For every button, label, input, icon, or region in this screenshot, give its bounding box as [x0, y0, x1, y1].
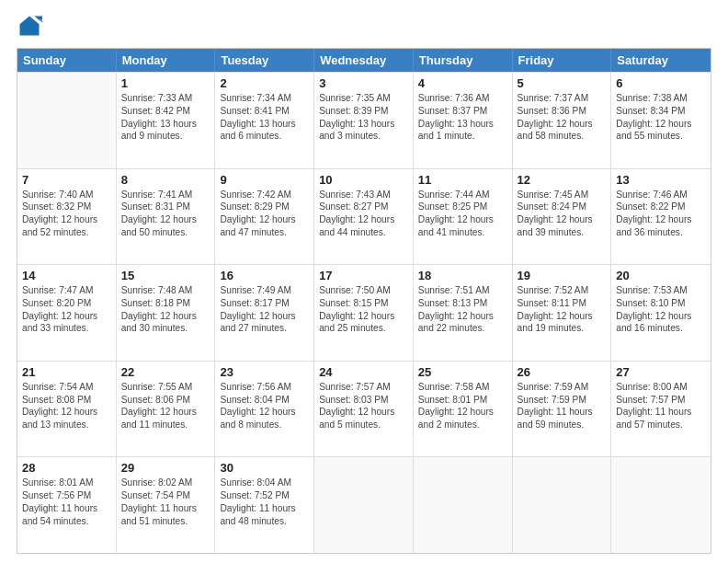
cell-info-line: Daylight: 12 hours: [418, 406, 507, 419]
cell-info-line: Sunrise: 7:46 AM: [616, 189, 706, 201]
cell-info-line: Sunset: 8:42 PM: [121, 105, 210, 118]
weekday-header: Monday: [117, 49, 216, 72]
header: [17, 15, 711, 39]
cell-info-line: Sunrise: 7:47 AM: [22, 284, 111, 297]
cell-info-line: Sunrise: 8:00 AM: [616, 381, 706, 394]
cell-info-line: and 59 minutes.: [518, 419, 607, 431]
cell-info-line: and 48 minutes.: [220, 515, 309, 528]
cell-info-line: Sunset: 8:24 PM: [518, 201, 607, 213]
calendar-cell: 17Sunrise: 7:50 AMSunset: 8:15 PMDayligh…: [314, 265, 414, 361]
calendar-cell: 8Sunrise: 7:41 AMSunset: 8:31 PMDaylight…: [117, 169, 216, 265]
cell-info-line: and 55 minutes.: [616, 130, 706, 143]
calendar-cell: 30Sunrise: 8:04 AMSunset: 7:52 PMDayligh…: [215, 457, 314, 553]
cell-info-line: and 19 minutes.: [518, 322, 607, 335]
cell-info-line: Sunset: 7:59 PM: [518, 394, 607, 407]
cell-info-line: Daylight: 11 hours: [220, 502, 309, 515]
calendar-cell: 4Sunrise: 7:36 AMSunset: 8:37 PMDaylight…: [414, 73, 513, 168]
cell-info-line: Sunset: 8:36 PM: [518, 105, 607, 118]
calendar: SundayMondayTuesdayWednesdayThursdayFrid…: [17, 48, 711, 554]
cell-info-line: Sunset: 8:37 PM: [418, 105, 507, 118]
calendar-cell: 14Sunrise: 7:47 AMSunset: 8:20 PMDayligh…: [17, 265, 117, 361]
cell-info-line: and 2 minutes.: [418, 419, 507, 431]
cell-info-line: Daylight: 12 hours: [518, 310, 607, 323]
cell-info-line: and 27 minutes.: [220, 322, 309, 335]
calendar-header: SundayMondayTuesdayWednesdayThursdayFrid…: [17, 49, 711, 72]
calendar-row: 28Sunrise: 8:01 AMSunset: 7:56 PMDayligh…: [17, 456, 711, 553]
cell-info-line: and 51 minutes.: [121, 515, 210, 528]
cell-info-line: Sunset: 8:20 PM: [22, 297, 111, 310]
cell-info-line: Sunrise: 7:54 AM: [22, 381, 111, 394]
calendar-cell: 24Sunrise: 7:57 AMSunset: 8:03 PMDayligh…: [314, 362, 414, 457]
cell-info-line: Sunrise: 7:57 AM: [319, 381, 408, 394]
cell-info-line: and 5 minutes.: [319, 419, 408, 431]
cell-info-line: and 16 minutes.: [616, 322, 706, 335]
cell-info-line: Daylight: 12 hours: [518, 213, 607, 226]
day-number: 13: [616, 173, 706, 187]
cell-info-line: Sunset: 8:10 PM: [616, 297, 706, 310]
svg-marker-0: [20, 17, 40, 36]
cell-info-line: Daylight: 11 hours: [22, 502, 111, 515]
cell-info-line: Daylight: 12 hours: [319, 406, 408, 419]
logo-icon: [17, 13, 42, 39]
calendar-cell: 9Sunrise: 7:42 AMSunset: 8:29 PMDaylight…: [215, 169, 314, 265]
cell-info-line: Sunset: 8:22 PM: [616, 201, 706, 213]
cell-info-line: and 58 minutes.: [518, 130, 607, 143]
calendar-cell: 2Sunrise: 7:34 AMSunset: 8:41 PMDaylight…: [215, 73, 314, 168]
cell-info-line: and 57 minutes.: [616, 419, 706, 431]
cell-info-line: Sunset: 8:39 PM: [319, 105, 408, 118]
cell-info-line: Daylight: 13 hours: [121, 118, 210, 131]
cell-info-line: Sunrise: 7:53 AM: [616, 284, 706, 297]
calendar-cell: 12Sunrise: 7:45 AMSunset: 8:24 PMDayligh…: [513, 169, 612, 265]
calendar-cell: 3Sunrise: 7:35 AMSunset: 8:39 PMDaylight…: [314, 73, 414, 168]
cell-info-line: Daylight: 12 hours: [319, 213, 408, 226]
calendar-cell: 10Sunrise: 7:43 AMSunset: 8:27 PMDayligh…: [314, 169, 414, 265]
day-number: 16: [220, 269, 309, 282]
cell-info-line: Daylight: 12 hours: [220, 310, 309, 323]
calendar-cell: [17, 73, 117, 168]
cell-info-line: Sunset: 8:31 PM: [121, 201, 210, 213]
calendar-cell: 28Sunrise: 8:01 AMSunset: 7:56 PMDayligh…: [17, 457, 117, 553]
day-number: 10: [319, 173, 408, 187]
calendar-cell: 19Sunrise: 7:52 AMSunset: 8:11 PMDayligh…: [513, 265, 612, 361]
cell-info-line: Sunrise: 7:44 AM: [418, 189, 507, 201]
cell-info-line: Sunset: 8:25 PM: [418, 201, 507, 213]
cell-info-line: Sunrise: 8:02 AM: [121, 477, 210, 489]
cell-info-line: Sunrise: 7:50 AM: [319, 284, 408, 297]
day-number: 27: [616, 365, 706, 379]
cell-info-line: Sunrise: 7:55 AM: [121, 381, 210, 394]
day-number: 1: [121, 76, 210, 90]
day-number: 5: [518, 76, 607, 90]
day-number: 29: [121, 461, 210, 475]
cell-info-line: Sunset: 8:11 PM: [518, 297, 607, 310]
cell-info-line: Sunset: 8:15 PM: [319, 297, 408, 310]
calendar-cell: 21Sunrise: 7:54 AMSunset: 8:08 PMDayligh…: [17, 362, 117, 457]
cell-info-line: Sunrise: 7:56 AM: [220, 381, 309, 394]
cell-info-line: Sunrise: 7:38 AM: [616, 92, 706, 105]
calendar-cell: 16Sunrise: 7:49 AMSunset: 8:17 PMDayligh…: [215, 265, 314, 361]
cell-info-line: Daylight: 12 hours: [22, 213, 111, 226]
page: SundayMondayTuesdayWednesdayThursdayFrid…: [0, 0, 728, 563]
cell-info-line: Sunrise: 7:40 AM: [22, 189, 111, 201]
logo: [17, 15, 44, 39]
cell-info-line: Sunset: 7:56 PM: [22, 489, 111, 502]
cell-info-line: Sunset: 8:32 PM: [22, 201, 111, 213]
cell-info-line: and 9 minutes.: [121, 130, 210, 143]
cell-info-line: Sunrise: 7:58 AM: [418, 381, 507, 394]
calendar-cell: [314, 457, 414, 553]
cell-info-line: and 22 minutes.: [418, 322, 507, 335]
day-number: 19: [518, 269, 607, 282]
cell-info-line: Sunset: 7:54 PM: [121, 489, 210, 502]
cell-info-line: and 11 minutes.: [121, 419, 210, 431]
cell-info-line: Sunrise: 7:42 AM: [220, 189, 309, 201]
day-number: 25: [418, 365, 507, 379]
day-number: 26: [518, 365, 607, 379]
cell-info-line: and 39 minutes.: [518, 226, 607, 239]
day-number: 2: [220, 76, 309, 90]
calendar-cell: 27Sunrise: 8:00 AMSunset: 7:57 PMDayligh…: [611, 362, 711, 457]
cell-info-line: Sunset: 8:06 PM: [121, 394, 210, 407]
cell-info-line: Sunrise: 8:04 AM: [220, 477, 309, 489]
day-number: 11: [418, 173, 507, 187]
cell-info-line: and 6 minutes.: [220, 130, 309, 143]
cell-info-line: Daylight: 13 hours: [418, 118, 507, 131]
cell-info-line: and 1 minute.: [418, 130, 507, 143]
